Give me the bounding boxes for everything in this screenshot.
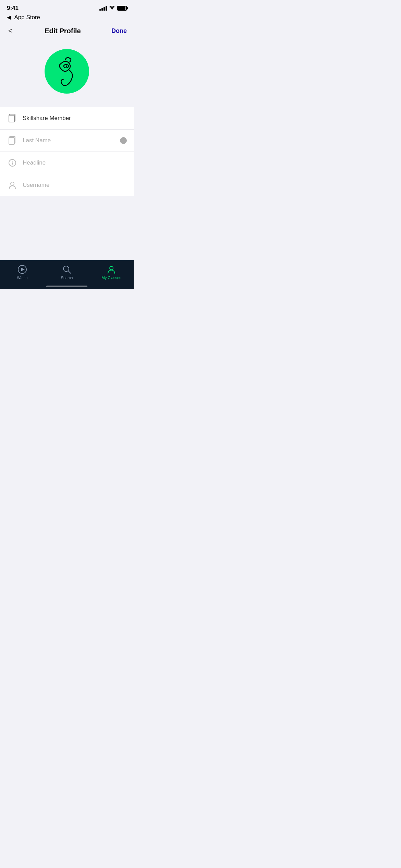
pages-icon [7, 113, 18, 124]
svg-rect-3 [9, 115, 14, 122]
tab-search[interactable]: Search [45, 265, 89, 280]
person-icon [7, 180, 18, 191]
home-indicator [46, 286, 87, 287]
my-classes-label: My Classes [102, 276, 121, 280]
avatar-illustration [50, 52, 84, 90]
watch-icon [17, 265, 27, 274]
status-bar: 9:41 [0, 0, 134, 14]
status-icons [99, 5, 127, 11]
pages-icon-2 [7, 135, 18, 146]
svg-point-8 [11, 182, 14, 185]
svg-point-13 [110, 266, 113, 270]
search-icon [62, 265, 72, 274]
signal-icon [99, 6, 107, 11]
page-title: Edit Profile [45, 27, 81, 35]
wifi-icon [109, 5, 115, 11]
headline-placeholder[interactable]: Headline [23, 159, 127, 166]
app-store-back-bar[interactable]: ◀ App Store [0, 14, 134, 22]
back-button[interactable]: < [7, 25, 14, 37]
form-section: Skillshare Member Last Name i Headline [0, 107, 134, 196]
app-store-back-label: App Store [14, 14, 40, 21]
last-name-row[interactable]: Last Name [0, 130, 134, 152]
username-row[interactable]: Username [0, 174, 134, 196]
first-name-value[interactable]: Skillshare Member [23, 115, 127, 122]
avatar[interactable] [45, 49, 89, 94]
svg-rect-5 [9, 137, 14, 144]
info-icon: i [7, 157, 18, 168]
last-name-placeholder[interactable]: Last Name [23, 137, 120, 144]
back-to-app-store-arrow: ◀ [7, 14, 11, 21]
battery-icon [117, 6, 127, 11]
search-label: Search [61, 276, 73, 280]
tab-bar: Watch Search My Classes [0, 260, 134, 289]
clear-button[interactable] [120, 137, 127, 144]
svg-line-12 [68, 271, 71, 273]
svg-marker-10 [21, 268, 25, 271]
tab-my-classes[interactable]: My Classes [89, 265, 134, 280]
done-button[interactable]: Done [111, 27, 127, 35]
status-time: 9:41 [7, 5, 19, 12]
first-name-row[interactable]: Skillshare Member [0, 107, 134, 130]
svg-point-1 [66, 65, 67, 67]
username-placeholder[interactable]: Username [23, 182, 127, 189]
tab-watch[interactable]: Watch [0, 265, 45, 280]
nav-header: < Edit Profile Done [0, 22, 134, 42]
avatar-section[interactable] [0, 42, 134, 107]
watch-label: Watch [17, 276, 28, 280]
svg-text:i: i [12, 160, 13, 166]
headline-row[interactable]: i Headline [0, 152, 134, 174]
my-classes-icon [107, 265, 116, 274]
